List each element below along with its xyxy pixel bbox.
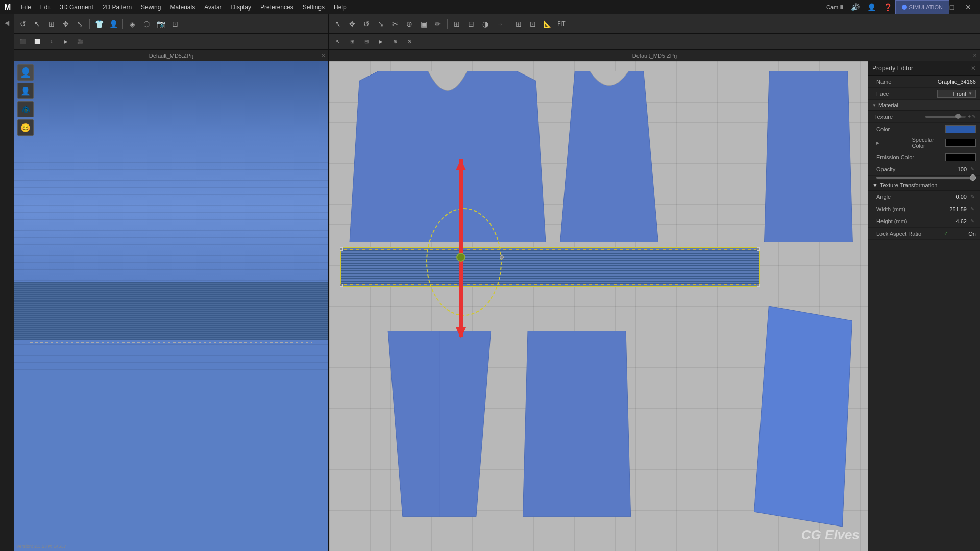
menu-preferences[interactable]: Preferences <box>256 3 298 12</box>
color-swatch[interactable] <box>945 125 976 133</box>
2d-sub-btn4[interactable]: ▶ <box>374 35 387 48</box>
3d-reset-btn[interactable]: ⊡ <box>168 17 182 31</box>
menu-materials[interactable]: Materials <box>166 3 199 12</box>
3d-sub-btn4[interactable]: ▶ <box>59 35 72 48</box>
2d-move-btn[interactable]: ✥ <box>346 17 359 31</box>
user-icon[interactable]: 👤 <box>865 1 878 14</box>
transform-center-dot[interactable] <box>456 253 465 262</box>
opacity-slider-thumb[interactable] <box>970 174 976 181</box>
width-edit-btn[interactable]: ✎ <box>969 206 976 213</box>
2d-select-btn[interactable]: ↖ <box>331 17 345 31</box>
window-close-icon[interactable]: ✕ <box>962 1 975 14</box>
avatar-view-top[interactable]: 🧥 <box>17 101 34 117</box>
lock-aspect-checkbox[interactable]: ✓ <box>944 230 948 237</box>
2d-unfold-btn[interactable]: ⊞ <box>450 17 463 31</box>
2d-trace-btn[interactable]: ✏ <box>431 17 445 31</box>
texture-add-icon[interactable]: + <box>968 114 971 119</box>
menu-3d-garment[interactable]: 3D Garment <box>56 3 97 12</box>
piece-bottom-center-1[interactable] <box>372 331 507 517</box>
transform-right-handle[interactable] <box>500 255 504 259</box>
texture-slider-thumb[interactable] <box>955 114 961 119</box>
avatar-view-side[interactable]: 👤 <box>17 83 34 99</box>
volume-icon[interactable]: 🔊 <box>848 1 862 14</box>
3d-select-btn[interactable]: ↖ <box>31 17 44 31</box>
2d-arrow-btn[interactable]: → <box>493 17 506 31</box>
menu-sewing[interactable]: Sewing <box>137 3 165 12</box>
menu-file[interactable]: File <box>17 3 35 12</box>
specular-color-value[interactable] <box>945 139 976 147</box>
texture-slider[interactable] <box>925 116 966 118</box>
material-section-header[interactable]: ▼ Material <box>868 100 980 111</box>
nav-expand-icon[interactable]: ◀ <box>2 17 13 29</box>
specular-color-swatch[interactable] <box>945 139 976 147</box>
property-editor-close[interactable]: ✕ <box>971 65 976 72</box>
texture-transform-header[interactable]: ▼ Texture Transformation <box>868 180 980 191</box>
menu-2d-pattern[interactable]: 2D Pattern <box>99 3 136 12</box>
2d-snap-btn[interactable]: ⊡ <box>526 17 540 31</box>
menu-display[interactable]: Display <box>227 3 255 12</box>
2d-seam-btn[interactable]: ⊕ <box>403 17 416 31</box>
3d-wire-btn[interactable]: ⬡ <box>140 17 153 31</box>
menu-edit[interactable]: Edit <box>36 3 55 12</box>
transform-arrow-up[interactable] <box>456 159 466 201</box>
2d-sub-btn1[interactable]: ↖ <box>331 35 345 48</box>
left-3d-viewport[interactable]: 👤 👤 🧥 😊 Version: 2.3.53 #: 14537 <box>14 61 328 551</box>
3d-move-btn[interactable]: ✥ <box>59 17 72 31</box>
3d-sub-btn2[interactable]: ⬜ <box>31 35 44 48</box>
belt-piece-selected[interactable] <box>340 247 760 287</box>
2d-sub-btn5[interactable]: ⊕ <box>388 35 402 48</box>
texture-slider-area[interactable]: + ✎ <box>925 114 976 119</box>
right-2d-viewport[interactable]: CG Elves <box>329 61 868 551</box>
3d-select-multi-btn[interactable]: ⊞ <box>45 17 58 31</box>
opacity-edit-btn[interactable]: ✎ <box>969 166 976 173</box>
2d-rotate-btn[interactable]: ↺ <box>360 17 373 31</box>
3d-avatar-btn[interactable]: 👤 <box>107 17 120 31</box>
3d-sub-btn1[interactable]: ⬛ <box>16 35 30 48</box>
piece-bodice-far-right[interactable] <box>760 71 857 242</box>
help-icon[interactable]: ❓ <box>881 1 894 14</box>
belt-handle-bl[interactable] <box>340 284 343 287</box>
piece-bodice-right[interactable] <box>555 71 663 242</box>
emission-color-value[interactable] <box>945 153 976 161</box>
2d-fold-btn[interactable]: ⊟ <box>464 17 478 31</box>
3d-xray-btn[interactable]: ◈ <box>126 17 139 31</box>
belt-handle-tr[interactable] <box>757 247 760 251</box>
2d-scale-btn[interactable]: ⤡ <box>374 17 387 31</box>
2d-fit-btn[interactable]: FIT <box>555 17 568 31</box>
2d-internal-btn[interactable]: ▣ <box>417 17 430 31</box>
2d-grid-btn[interactable]: ⊞ <box>512 17 525 31</box>
menu-avatar[interactable]: Avatar <box>200 3 226 12</box>
height-edit-btn[interactable]: ✎ <box>969 218 976 225</box>
3d-rotate-btn[interactable]: ↺ <box>16 17 30 31</box>
3d-scale-btn[interactable]: ⤡ <box>74 17 87 31</box>
opacity-slider[interactable] <box>876 177 976 179</box>
color-value[interactable] <box>945 125 976 133</box>
avatar-view-front[interactable]: 👤 <box>17 64 34 81</box>
right-panel-close[interactable]: ✕ <box>973 53 977 58</box>
2d-sub-btn6[interactable]: ⊗ <box>403 35 416 48</box>
piece-bottom-right-2[interactable] <box>749 306 857 527</box>
2d-sub-btn2[interactable]: ⊞ <box>346 35 359 48</box>
2d-measure-btn[interactable]: 📐 <box>541 17 554 31</box>
texture-edit-icon[interactable]: ✎ <box>972 114 976 119</box>
emission-color-swatch[interactable] <box>945 153 976 161</box>
transform-arrow-down[interactable] <box>456 296 466 338</box>
3d-garment-btn[interactable]: 👕 <box>92 17 106 31</box>
2d-cut-btn[interactable]: ✂ <box>388 17 402 31</box>
angle-edit-btn[interactable]: ✎ <box>969 193 976 201</box>
belt-handle-br[interactable] <box>757 284 760 287</box>
simulation-button[interactable]: SIMULATION <box>895 0 949 14</box>
2d-sym-btn[interactable]: ◑ <box>479 17 492 31</box>
2d-sub-btn3[interactable]: ⊟ <box>360 35 373 48</box>
3d-sub-btn5[interactable]: 🎥 <box>74 35 87 48</box>
menu-help[interactable]: Help <box>330 3 351 12</box>
3d-camera-btn[interactable]: 📷 <box>154 17 167 31</box>
prop-face-value[interactable]: Front ▼ <box>937 90 976 98</box>
left-panel-close[interactable]: ✕ <box>321 53 325 58</box>
belt-handle-tl[interactable] <box>340 247 343 251</box>
piece-bottom-right-1[interactable] <box>518 331 636 517</box>
avatar-view-custom[interactable]: 😊 <box>17 119 34 136</box>
menu-settings[interactable]: Settings <box>299 3 329 12</box>
3d-sub-btn3[interactable]: ↕ <box>45 35 58 48</box>
piece-bodice-left[interactable] <box>340 71 555 242</box>
